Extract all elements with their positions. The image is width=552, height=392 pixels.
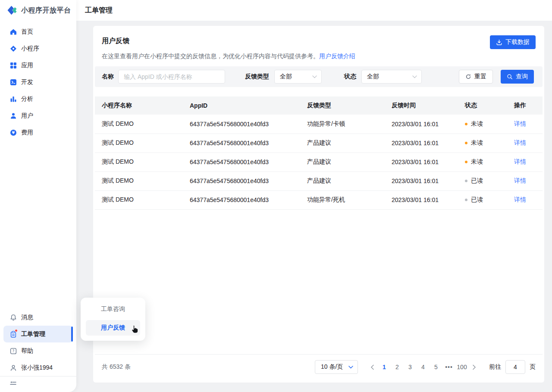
- cell-time: 2023/03/01 16:01: [385, 152, 458, 171]
- panel-title: 用户反馈: [102, 36, 536, 46]
- next-page-button[interactable]: [468, 360, 480, 374]
- user-feedback-panel: 用户反馈 下载数据 在这里查看用户在小程序中提交的反馈信息，为优化小程序内容与代…: [93, 26, 544, 383]
- col-header-time: 反馈时间: [385, 96, 458, 115]
- reset-label: 重置: [474, 73, 486, 81]
- goto-page-input[interactable]: [505, 360, 525, 374]
- cell-status: 未读: [458, 134, 507, 152]
- bell-icon: [9, 314, 17, 321]
- status-filter-value: 全部: [367, 73, 379, 81]
- table-row: 测试 DEMO 64377a5e5475680001e40fd3 功能异常/死机…: [95, 190, 543, 209]
- detail-link[interactable]: 详情: [514, 196, 526, 203]
- ticket-submenu: 工单咨询 用户反馈: [81, 298, 145, 341]
- detail-link[interactable]: 详情: [514, 139, 526, 146]
- status-filter-select[interactable]: 全部: [361, 70, 422, 84]
- cell-appid: 64377a5e5475680001e40fd3: [183, 190, 300, 209]
- pager: 1 2 3 4 5 ••• 100: [367, 360, 480, 374]
- goto-page: 前往 页: [489, 360, 536, 374]
- sidebar-item-label: 首页: [21, 28, 33, 36]
- sidebar-item-label: 消息: [21, 314, 33, 321]
- sidebar-item-analytics[interactable]: 分析: [0, 90, 76, 107]
- feedback-intro-link[interactable]: 用户反馈介绍: [319, 53, 355, 59]
- cell-time: 2023/03/01 16:01: [385, 134, 458, 152]
- col-header-action: 操作: [507, 96, 543, 115]
- pagination-bar: 共 6532 条 10 条/页 1 2 3 4 5 ••• 100: [102, 355, 536, 380]
- analytics-icon: [9, 95, 17, 103]
- collapse-sidebar-button[interactable]: [0, 376, 76, 392]
- filter-actions: 重置 查询: [459, 70, 534, 84]
- cell-action: 详情: [507, 171, 543, 190]
- svg-text:¥: ¥: [12, 131, 15, 135]
- page-number[interactable]: 100: [456, 360, 468, 374]
- cell-action: 详情: [507, 115, 543, 134]
- table-row: 测试 DEMO 64377a5e5475680001e40fd3 产品建议 20…: [95, 152, 543, 171]
- detail-link[interactable]: 详情: [514, 120, 526, 127]
- topbar: 工单管理: [76, 0, 552, 21]
- status-filter-label: 状态: [344, 73, 356, 81]
- sidebar: 小程序开放平台 首页 小程序 应用 开发: [0, 0, 76, 392]
- page-ellipsis[interactable]: •••: [443, 360, 455, 374]
- page-number[interactable]: 1: [378, 360, 390, 374]
- users-icon: [9, 112, 17, 119]
- cell-time: 2023/03/01 16:01: [385, 115, 458, 134]
- miniprogram-icon: [9, 45, 17, 52]
- sidebar-item-apps[interactable]: 应用: [0, 57, 76, 74]
- col-header-name: 小程序名称: [95, 96, 183, 115]
- apps-icon: [9, 62, 17, 69]
- name-filter-label: 名称: [102, 73, 114, 81]
- cell-time: 2023/03/01 16:01: [385, 171, 458, 190]
- sidebar-item-billing[interactable]: ¥ 费用: [0, 124, 76, 141]
- goto-label: 前往: [489, 363, 501, 371]
- chevron-down-icon: [348, 366, 353, 369]
- cell-status: 已读: [458, 190, 507, 209]
- pager-group: 10 条/页 1 2 3 4 5 ••• 100: [315, 360, 536, 374]
- detail-link[interactable]: 详情: [514, 158, 526, 165]
- status-text: 已读: [471, 177, 483, 184]
- search-button[interactable]: 查询: [501, 70, 534, 84]
- sidebar-item-account[interactable]: 张小强1994: [0, 359, 76, 376]
- panel-description-text: 在这里查看用户在小程序中提交的反馈信息，为优化小程序内容与代码提供参考。: [102, 53, 319, 59]
- status-text: 未读: [471, 158, 483, 165]
- status-dot: [465, 142, 467, 144]
- status-dot: [465, 199, 467, 201]
- cell-status: 未读: [458, 152, 507, 171]
- page-number[interactable]: 2: [391, 360, 403, 374]
- submenu-item-ticket-consult[interactable]: 工单咨询: [86, 305, 140, 314]
- cell-appid: 64377a5e5475680001e40fd3: [183, 152, 300, 171]
- type-filter-value: 全部: [280, 73, 292, 81]
- name-filter-input[interactable]: [118, 70, 225, 84]
- chevron-down-icon: [312, 75, 317, 78]
- cell-name: 测试 DEMO: [95, 115, 183, 134]
- cell-type: 产品建议: [300, 171, 385, 190]
- page-number[interactable]: 5: [430, 360, 442, 374]
- detail-link[interactable]: 详情: [514, 177, 526, 184]
- brand-logo-icon: [6, 5, 18, 16]
- sidebar-item-messages[interactable]: 消息: [0, 309, 76, 326]
- download-data-label: 下载数据: [505, 38, 530, 46]
- page-number[interactable]: 4: [417, 360, 429, 374]
- sidebar-item-users[interactable]: 用户: [0, 107, 76, 124]
- ticket-icon: [9, 330, 17, 338]
- prev-page-button[interactable]: [367, 360, 378, 374]
- table-header: 小程序名称 AppID 反馈类型 反馈时间 状态 操作: [95, 96, 543, 115]
- download-data-button[interactable]: 下载数据: [490, 35, 536, 49]
- sidebar-item-miniprogram[interactable]: 小程序: [0, 40, 76, 57]
- sidebar-main-nav: 首页 小程序 应用 开发 分析: [0, 21, 76, 141]
- reset-icon: [465, 74, 471, 80]
- cell-appid: 64377a5e5475680001e40fd3: [183, 115, 300, 134]
- sidebar-item-help[interactable]: ? 帮助: [0, 342, 76, 359]
- sidebar-item-label: 用户: [21, 112, 33, 120]
- reset-button[interactable]: 重置: [459, 70, 493, 84]
- search-label: 查询: [516, 73, 528, 81]
- sidebar-item-tickets[interactable]: 工单管理: [3, 326, 73, 342]
- cell-type: 功能异常/卡顿: [300, 115, 385, 134]
- sidebar-item-develop[interactable]: 开发: [0, 74, 76, 90]
- type-filter-select[interactable]: 全部: [274, 70, 322, 84]
- status-dot: [465, 161, 467, 163]
- sidebar-item-home[interactable]: 首页: [0, 23, 76, 40]
- page-number[interactable]: 3: [404, 360, 416, 374]
- page-size-value: 10 条/页: [321, 363, 343, 371]
- col-header-type: 反馈类型: [300, 96, 385, 115]
- cell-name: 测试 DEMO: [95, 190, 183, 209]
- page-size-select[interactable]: 10 条/页: [315, 360, 358, 374]
- submenu-item-user-feedback[interactable]: 用户反馈: [86, 320, 140, 336]
